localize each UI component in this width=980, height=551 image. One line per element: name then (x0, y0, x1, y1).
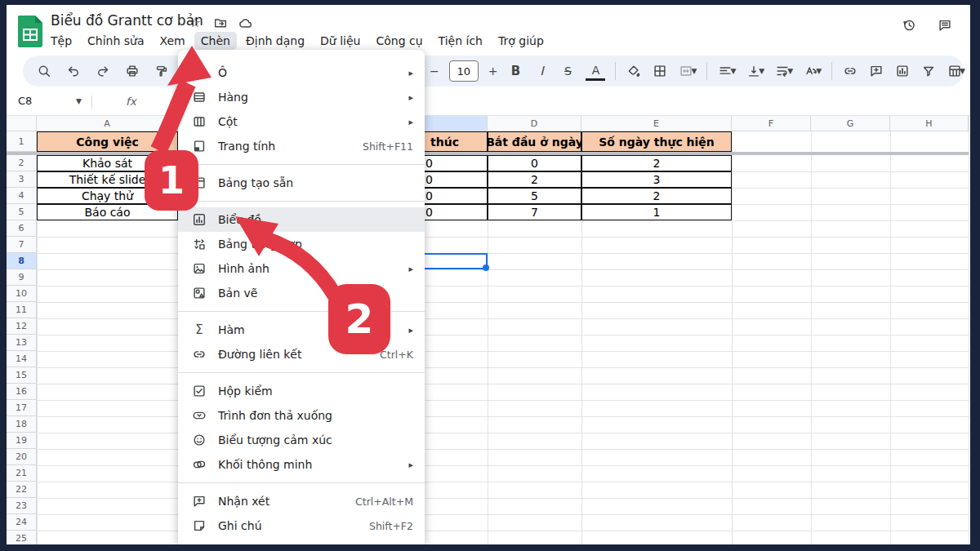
row-header-18[interactable]: 18 (7, 416, 37, 433)
column-header-D[interactable]: D (488, 116, 581, 131)
row-header-2[interactable]: 2 (7, 155, 37, 171)
menu-item-smart-chips[interactable]: Khối thông minh▸ (178, 452, 425, 477)
menu-item-note[interactable]: Ghi chúShift+F2 (178, 513, 425, 538)
columns-icon (191, 113, 207, 130)
submenu-arrow-icon: ▸ (408, 264, 413, 274)
column-header-F[interactable]: F (732, 116, 811, 131)
menu-item-pivot-table[interactable]: Bảng tổng hợp (178, 232, 425, 256)
submenu-arrow-icon: ▸ (408, 325, 413, 335)
checkbox-icon (191, 383, 207, 399)
menu-item-label: Trình đơn thả xuống (218, 409, 413, 422)
menu-item-image[interactable]: Hình ảnh▸ (178, 256, 425, 281)
row-header-14[interactable]: 14 (7, 351, 37, 367)
row-header-9[interactable]: 9 (7, 269, 37, 286)
row-header-12[interactable]: 12 (7, 318, 37, 335)
menu-item-label: Trang tính (218, 140, 363, 153)
row-header-5[interactable]: 5 (7, 204, 37, 220)
sheets-app: Biểu đồ Grantt cơ bản ☆ TệpChỉnh sửaXemC… (7, 5, 970, 544)
cell-D1[interactable]: Bắt đầu ở ngày (488, 131, 581, 152)
row-header-10[interactable]: 10 (7, 286, 37, 302)
gridline-horizontal (37, 416, 969, 417)
row-header-11[interactable]: 11 (7, 302, 37, 318)
menu-item-chart[interactable]: Biểu đồ (178, 207, 425, 232)
row-header-23[interactable]: 23 (7, 498, 37, 514)
menu-item-checkbox[interactable]: Hộp kiểm (178, 379, 425, 403)
image-icon (191, 260, 207, 277)
row-header-25[interactable]: 25 (7, 531, 37, 544)
submenu-arrow-icon: ▸ (408, 117, 413, 127)
row-header-7[interactable]: 7 (7, 237, 37, 253)
cell-E4[interactable]: 2 (581, 188, 732, 204)
menu-item-label: Bảng tạo sẵn (218, 176, 413, 189)
cell-D4[interactable]: 5 (488, 188, 581, 204)
gridline-vertical (732, 116, 733, 544)
sheetic-icon (191, 138, 207, 154)
gridline-horizontal (37, 514, 969, 515)
row-header-22[interactable]: 22 (7, 482, 37, 498)
menu-item-dropdown[interactable]: Trình đơn thả xuống (178, 403, 425, 428)
column-header-H[interactable]: H (890, 116, 969, 131)
gridline-horizontal (37, 318, 969, 319)
gridline-horizontal (37, 220, 969, 221)
gridline-horizontal (37, 400, 969, 401)
cell-E5[interactable]: 1 (581, 204, 732, 220)
row-header-15[interactable]: 15 (7, 367, 37, 384)
dropdown-icon (191, 407, 207, 424)
menu-item-sheet[interactable]: Trang tínhShift+F11 (178, 134, 425, 158)
gridline-vertical (811, 116, 812, 544)
fill-handle[interactable] (483, 264, 489, 271)
row-header-4[interactable]: 4 (7, 188, 37, 204)
menu-item-columns[interactable]: Cột▸ (178, 109, 425, 134)
row-header-19[interactable]: 19 (7, 433, 37, 449)
column-header-E[interactable]: E (581, 116, 732, 131)
spreadsheet-grid[interactable]: ABCDEFGH12345678910111213141516171819202… (7, 5, 970, 544)
menu-item-comment[interactable]: Nhận xétCtrl+Alt+M (178, 489, 425, 513)
row-header-6[interactable]: 6 (7, 220, 37, 237)
gridline-vertical (969, 116, 969, 544)
menu-item-label: Ghi chú (218, 519, 369, 532)
cell-D2[interactable]: 0 (488, 155, 581, 171)
chip-icon (191, 456, 207, 473)
menu-item-label: Bảng tổng hợp (218, 238, 413, 251)
row-header-20[interactable]: 20 (7, 449, 37, 465)
gridline-horizontal (37, 302, 969, 303)
row-header-8[interactable]: 8 (7, 253, 37, 269)
sigma-icon: Σ (191, 322, 207, 338)
cell-D3[interactable]: 2 (488, 171, 581, 188)
gridline-horizontal (37, 498, 969, 499)
cell-icon (191, 64, 207, 81)
gridline-horizontal (37, 531, 969, 531)
grid-corner[interactable] (7, 116, 37, 131)
cell-D5[interactable]: 7 (488, 204, 581, 220)
menu-item-label: Nhận xét (218, 495, 355, 508)
submenu-arrow-icon: ▸ (408, 68, 413, 78)
gridline-horizontal (37, 286, 969, 287)
menu-item-table-template[interactable]: Bảng tạo sẵn (178, 171, 425, 195)
gridline-horizontal (37, 269, 969, 270)
row-header-24[interactable]: 24 (7, 514, 37, 531)
column-header-G[interactable]: G (811, 116, 890, 131)
menu-item-cells[interactable]: Ô▸ (178, 60, 425, 85)
row-header-16[interactable]: 16 (7, 384, 37, 400)
cell-A1[interactable]: Công việc (37, 131, 178, 152)
menu-item-shortcut: Shift+F11 (363, 140, 413, 153)
step-1-badge: 1 (145, 150, 198, 211)
cell-E1[interactable]: Số ngày thực hiện (581, 131, 732, 152)
menu-item-label: Biểu tượng cảm xúc (218, 433, 413, 447)
cell-E2[interactable]: 2 (581, 155, 732, 171)
menu-item-label: Hàng (218, 91, 408, 104)
link-icon (191, 346, 207, 362)
row-header-13[interactable]: 13 (7, 335, 37, 351)
row-header-21[interactable]: 21 (7, 465, 37, 482)
menu-item-emoji[interactable]: Biểu tượng cảm xúc (178, 428, 425, 452)
row-header-3[interactable]: 3 (7, 171, 37, 188)
cell-E3[interactable]: 3 (581, 171, 732, 188)
menu-item-shortcut: Ctrl+K (380, 349, 413, 361)
drawing-icon (191, 285, 207, 301)
column-header-A[interactable]: A (37, 116, 178, 131)
gridline-horizontal (37, 384, 969, 384)
menu-item-rows[interactable]: Hàng▸ (178, 85, 425, 109)
row-header-17[interactable]: 17 (7, 400, 37, 416)
row-header-1[interactable]: 1 (7, 131, 37, 152)
menu-separator (178, 482, 425, 483)
